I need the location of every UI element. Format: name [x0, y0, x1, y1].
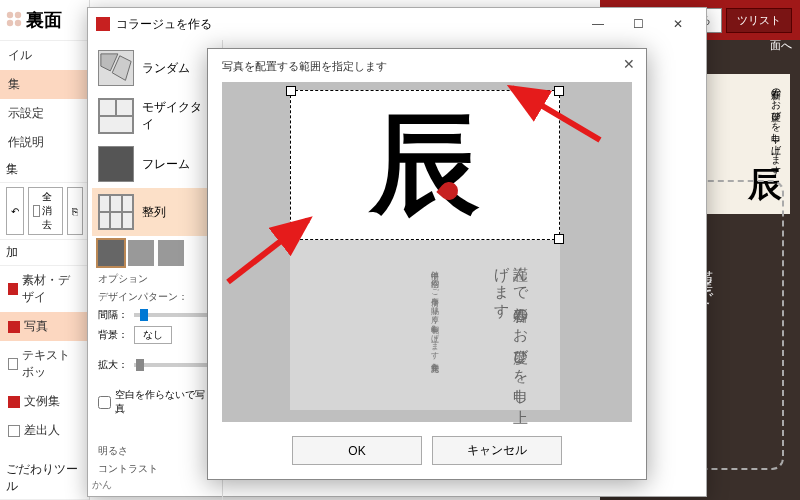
type-label: フレーム: [142, 156, 190, 173]
textbox-icon: [8, 358, 18, 370]
sidebar-item-howto[interactable]: 作説明: [0, 128, 89, 157]
type-frame[interactable]: フレーム: [92, 140, 218, 188]
titlebar[interactable]: コラージュを作る — ☐ ✕: [88, 8, 706, 40]
grid-thumb-icon: [98, 194, 134, 230]
add-item-textbox[interactable]: テキストボッ: [0, 341, 89, 387]
pattern-opt-3[interactable]: [158, 240, 184, 266]
modal-close-button[interactable]: ✕: [620, 55, 638, 73]
copy-button[interactable]: ⎘: [67, 187, 83, 235]
svg-point-1: [15, 11, 21, 17]
ok-button[interactable]: OK: [292, 436, 422, 465]
clear-all-button[interactable]: 全消去: [28, 187, 63, 235]
no-blank-checkbox[interactable]: [98, 396, 111, 409]
range-modal: ✕ 写真を配置する範囲を指定します 辰 謹んで新春のお慶びを申し上げます 旧年中…: [207, 48, 647, 480]
add-item-material[interactable]: 素材・デザイ: [0, 266, 89, 312]
spacing-label: 間隔：: [98, 308, 128, 322]
random-thumb-icon: [98, 50, 134, 86]
type-grid[interactable]: 整列: [92, 188, 218, 236]
photo-white-region: 辰: [290, 90, 560, 240]
collage-left-panel: ランダム モザイクタイ フレーム 整列 オプション デザインパターン：: [88, 40, 223, 500]
undo-button[interactable]: ↶: [6, 187, 24, 235]
add-item-sender[interactable]: 差出人: [0, 416, 89, 445]
add-item-label: 素材・デザイ: [22, 272, 81, 306]
add-heading: 加: [0, 240, 89, 266]
type-label: 整列: [142, 204, 166, 221]
pattern-opt-2[interactable]: [128, 240, 154, 266]
examples-icon: [8, 396, 20, 408]
clear-all-label: 全消去: [42, 190, 58, 232]
pattern-opt-1[interactable]: [98, 240, 124, 266]
type-label: ランダム: [142, 60, 190, 77]
calligraphy-char: 辰: [370, 91, 480, 240]
left-sidebar: 裏面 イル 集 示設定 作説明 集 ↶ 全消去 ⎘ 加 素材・デザイ 写真 テキ…: [0, 0, 90, 500]
photo-icon: [8, 321, 20, 333]
frame-thumb-icon: [98, 146, 134, 182]
canvas-area[interactable]: 辰 謹んで新春のお慶びを申し上げます 旧年中は格別のご厚情を賜り厚く御礼申し上げ…: [222, 82, 632, 422]
greeting-sub: 旧年中は格別のご厚情を賜り厚く御礼申し上げます 令和六年 元旦: [427, 265, 440, 359]
mosaic-thumb-icon: [98, 98, 134, 134]
bg-label: 背景：: [98, 328, 128, 342]
logo-decor-icon: [6, 11, 22, 30]
svg-point-3: [15, 19, 21, 25]
type-random[interactable]: ランダム: [92, 44, 218, 92]
contrast-label: コントラスト: [92, 460, 218, 478]
undo-icon: ↶: [11, 206, 19, 217]
sender-icon: [8, 425, 20, 437]
add-item-photo[interactable]: 写真: [0, 312, 89, 341]
sidebar-item-display[interactable]: 示設定: [0, 99, 89, 128]
greeting-main: 謹んで新春のお慶びを申し上げます: [492, 255, 530, 410]
material-icon: [8, 283, 18, 295]
mode-list-button[interactable]: ツリスト: [726, 8, 792, 33]
window-title: コラージュを作る: [116, 16, 212, 33]
add-item-label: 差出人: [24, 422, 60, 439]
add-item-label: 文例集: [24, 393, 60, 410]
pattern-options: [92, 236, 218, 270]
to-front-label: 面へ: [770, 38, 792, 53]
add-item-examples[interactable]: 文例集: [0, 387, 89, 416]
maximize-button[interactable]: ☐: [618, 12, 658, 36]
brightness-label: 明るさ: [92, 442, 218, 460]
app-icon: [96, 17, 110, 31]
spacing-slider[interactable]: [134, 313, 212, 317]
sidebar-item-file[interactable]: イル: [0, 41, 89, 70]
svg-point-2: [7, 19, 13, 25]
photo-area[interactable]: 辰 謹んで新春のお慶びを申し上げます 旧年中は格別のご厚情を賜り厚く御礼申し上げ…: [290, 90, 560, 410]
sidebar-item-edit[interactable]: 集: [0, 70, 89, 99]
bg-value[interactable]: なし: [134, 326, 172, 344]
minimize-button[interactable]: —: [578, 12, 618, 36]
svg-point-0: [7, 11, 13, 17]
options-label: オプション: [92, 270, 218, 288]
close-button[interactable]: ✕: [658, 12, 698, 36]
copy-icon: ⎘: [72, 206, 78, 217]
add-item-label: テキストボッ: [22, 347, 81, 381]
modal-instruction: 写真を配置する範囲を指定します: [208, 49, 646, 78]
clear-icon: [33, 205, 40, 217]
cancel-button[interactable]: キャンセル: [432, 436, 562, 465]
no-blank-label: 空白を作らないで写真: [115, 388, 212, 416]
hint-text: かん: [92, 478, 112, 492]
app-logo: 裏面: [26, 8, 62, 32]
zoom-label: 拡大：: [98, 358, 128, 372]
type-mosaic[interactable]: モザイクタイ: [92, 92, 218, 140]
pattern-label: デザインパターン：: [92, 288, 218, 306]
effect-heading: ごだわりツール: [0, 457, 89, 500]
preview-greeting: 新春のお慶びを申し上げます: [768, 82, 782, 170]
edit-heading: 集: [0, 157, 89, 183]
zoom-slider[interactable]: [134, 363, 212, 367]
type-label: モザイクタイ: [142, 99, 212, 133]
add-item-label: 写真: [24, 318, 48, 335]
